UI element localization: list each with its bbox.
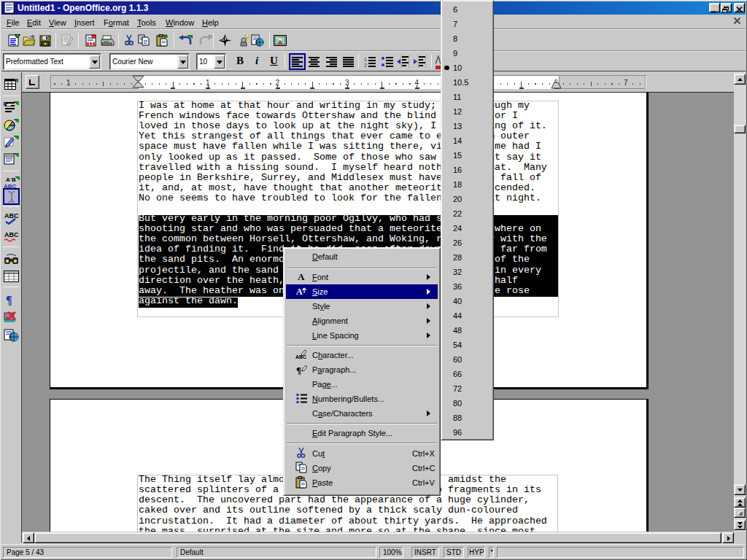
- svg-text:¶: ¶: [6, 294, 12, 306]
- svg-text:ABC: ABC: [295, 354, 306, 359]
- svg-text:¶: ¶: [296, 365, 301, 376]
- svg-text:ABC: ABC: [4, 183, 17, 188]
- svg-text:B: B: [12, 176, 16, 183]
- svg-text:1: 1: [364, 57, 367, 62]
- svg-text:A: A: [298, 271, 305, 282]
- svg-text:A: A: [6, 176, 10, 183]
- svg-text:ABC: ABC: [4, 212, 19, 219]
- svg-text:ABC: ABC: [4, 231, 19, 238]
- svg-text:2: 2: [364, 63, 367, 67]
- svg-text:A: A: [296, 287, 303, 297]
